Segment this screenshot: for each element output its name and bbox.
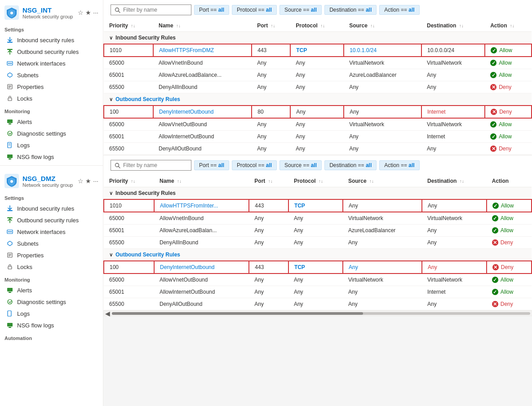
col-action-1[interactable]: Action ↑↓ [485, 20, 532, 32]
col-source-1[interactable]: Source ↑↓ [344, 20, 421, 32]
nsg2-outbound-row-0[interactable]: 100 DenyInternetOutbound 443 TCP Any Any… [104, 261, 532, 274]
nsg1-search-box[interactable] [111, 4, 191, 15]
nsg2-star-icon[interactable]: ☆ [78, 177, 84, 185]
nsg1-outbound-row-2[interactable]: 65001 AllowInternetOutBound Any Any Any … [104, 131, 532, 143]
nsg2-search-input[interactable] [123, 162, 186, 168]
nsg1-outbound-row-1[interactable]: 65000 AllowVnetOutBound Any Any VirtualN… [104, 118, 532, 131]
col-action-2[interactable]: Action [487, 175, 532, 187]
nsg2-outbound-row-3[interactable]: 65500 DenyAllOutBound Any Any Any Any ✕D… [104, 298, 532, 310]
svg-rect-3 [7, 49, 13, 50]
nsg2-inbound-row-2[interactable]: 65001 AllowAzureLoadBalan... Any Any Azu… [104, 225, 532, 237]
sidebar-item-inbound-1[interactable]: Inbound security rules [0, 34, 103, 46]
nsg2-inbound-section: ∨Inbound Security Rules [104, 187, 532, 200]
interfaces-label-1: Network interfaces [17, 60, 66, 67]
sidebar-item-alerts-1[interactable]: Alerts [0, 116, 103, 128]
destination: 10.0.0.0/24 [421, 44, 485, 57]
subnets-label-2: Subnets [17, 240, 39, 247]
sidebar-item-outbound-2[interactable]: Outbound security rules [0, 214, 103, 226]
svg-rect-25 [7, 217, 13, 218]
svg-point-6 [9, 63, 10, 64]
nsg1-pin-icon[interactable]: ★ [85, 9, 91, 16]
locks-icon-2 [6, 263, 13, 270]
alerts-icon-2 [6, 287, 13, 294]
col-port-2[interactable]: Port ↑↓ [249, 175, 288, 187]
sidebar-item-diag-2[interactable]: Diagnostic settings [0, 296, 103, 308]
sidebar-item-properties-1[interactable]: Properties [0, 81, 103, 93]
nsg2-outbound-row-1[interactable]: 65000 AllowVnetOutBound Any Any VirtualN… [104, 274, 532, 286]
nsg1-search-input[interactable] [123, 7, 186, 13]
sidebar-item-locks-2[interactable]: Locks [0, 261, 103, 273]
col-destination-1[interactable]: Destination ↑↓ [421, 20, 485, 32]
nsg1-chip-protocol[interactable]: Protocol == all [232, 5, 277, 15]
nsg1-more-icon[interactable]: ··· [93, 9, 98, 16]
col-protocol-2[interactable]: Protocol ↑↓ [288, 175, 343, 187]
col-protocol-1[interactable]: Protocol ↑↓ [290, 20, 344, 32]
sidebar-item-subnets-2[interactable]: Subnets [0, 238, 103, 249]
sidebar-item-logs-1[interactable]: Logs [0, 139, 103, 151]
nsg2-pin-icon[interactable]: ★ [85, 177, 91, 185]
inbound-label-2: Inbound security rules [17, 205, 74, 212]
nsg2-subtitle: Network security group [22, 182, 74, 188]
nsg1-inbound-row-3[interactable]: 65500 DenyAllInBound Any Any Any Any ✕De… [104, 81, 532, 93]
priority: 100 [104, 106, 153, 118]
nsg1-inbound-row-1[interactable]: 65000 AllowVnetInBound Any Any VirtualNe… [104, 57, 532, 69]
nsg2-actions: ☆ ★ ··· [78, 177, 98, 185]
nsg2-outbound-row-2[interactable]: 65001 AllowInternetOutBound Any Any Any … [104, 286, 532, 298]
sidebar-item-inbound-2[interactable]: Inbound security rules [0, 203, 103, 214]
priority: 1010 [104, 199, 154, 212]
outbound-icon-1 [6, 48, 13, 55]
col-priority-2[interactable]: Priority ↑↓ [104, 175, 154, 187]
nsg2-chip-source[interactable]: Source == all [279, 160, 322, 170]
nsg2-chip-destination[interactable]: Destination == all [324, 160, 377, 170]
sidebar-item-interfaces-1[interactable]: Network interfaces [0, 57, 103, 69]
svg-line-43 [119, 11, 120, 13]
scroll-track[interactable] [112, 312, 530, 315]
col-name-1[interactable]: Name ↑↓ [153, 20, 252, 32]
nsg2-inbound-row-3[interactable]: 65500 DenyAllInBound Any Any Any Any ✕De… [104, 237, 532, 249]
sidebar-item-locks-1[interactable]: Locks [0, 93, 103, 104]
col-port-1[interactable]: Port ↑↓ [252, 20, 290, 32]
sidebar-item-diag-1[interactable]: Diagnostic settings [0, 128, 103, 139]
nsg1-outbound-row-3[interactable]: 65500 DenyAllOutBound Any Any Any Any ✕D… [104, 143, 532, 155]
nsg1-chip-action[interactable]: Action == all [379, 5, 419, 15]
sidebar-divider [0, 165, 103, 166]
sidebar-item-properties-2[interactable]: Properties [0, 249, 103, 261]
nsg1-inbound-row-2[interactable]: 65001 AllowAzureLoadBalance... Any Any A… [104, 69, 532, 81]
scroll-thumb[interactable] [112, 312, 363, 315]
nsg2-panel: Port == all Protocol == all Source == al… [103, 155, 532, 316]
nsg1-outbound-section: ∨Outbound Security Rules [104, 93, 532, 106]
nsg1-chip-destination[interactable]: Destination == all [324, 5, 377, 15]
svg-rect-15 [9, 124, 11, 124]
scroll-left-icon[interactable]: ◀ [105, 310, 110, 317]
name: AllowHTTPSFromInter... [154, 199, 249, 212]
action: ✕Deny [487, 261, 532, 274]
sidebar-item-outbound-1[interactable]: Outbound security rules [0, 46, 103, 57]
sidebar-item-interfaces-2[interactable]: Network interfaces [0, 226, 103, 238]
nsg2-inbound-row-0[interactable]: 1010 AllowHTTPSFromInter... 443 TCP Any … [104, 199, 532, 212]
nsg2-chip-port[interactable]: Port == all [194, 160, 229, 170]
nsg2-search-box[interactable] [111, 160, 191, 171]
col-name-2[interactable]: Name ↑↓ [154, 175, 249, 187]
nsg1-chip-source[interactable]: Source == all [279, 5, 322, 15]
sidebar-item-logs-2[interactable]: Logs [0, 308, 103, 319]
sidebar-item-alerts-2[interactable]: Alerts [0, 284, 103, 296]
svg-rect-41 [9, 327, 11, 328]
nsg2-chip-action[interactable]: Action == all [379, 160, 419, 170]
nsg1-outbound-row-0[interactable]: 100 DenyInternetOutbound 80 Any Any Inte… [104, 106, 532, 118]
col-destination-2[interactable]: Destination ↑↓ [422, 175, 487, 187]
sidebar-item-nsgflow-2[interactable]: NSG flow logs [0, 319, 103, 331]
col-priority-1[interactable]: Priority ↑↓ [104, 20, 153, 32]
svg-point-38 [8, 300, 12, 304]
sidebar-item-nsgflow-1[interactable]: NSG flow logs [0, 151, 103, 163]
nsg1-inbound-row-0[interactable]: 1010 AllowHTTPSFromDMZ 443 TCP 10.0.1.0/… [104, 44, 532, 57]
nsg1-star-icon[interactable]: ☆ [78, 9, 84, 16]
col-source-2[interactable]: Source ↑↓ [343, 175, 422, 187]
horizontal-scrollbar[interactable]: ◀ [103, 310, 532, 316]
nsg2-chip-protocol[interactable]: Protocol == all [232, 160, 277, 170]
diag-icon-2 [6, 298, 13, 305]
sidebar-item-subnets-1[interactable]: Subnets [0, 69, 103, 81]
nsg1-header: NSG_INT Network security group ☆ ★ ··· [0, 0, 103, 22]
nsg2-more-icon[interactable]: ··· [93, 177, 98, 185]
nsg1-chip-port[interactable]: Port == all [194, 5, 229, 15]
nsg2-inbound-row-1[interactable]: 65000 AllowVnetInBound Any Any VirtualNe… [104, 212, 532, 225]
